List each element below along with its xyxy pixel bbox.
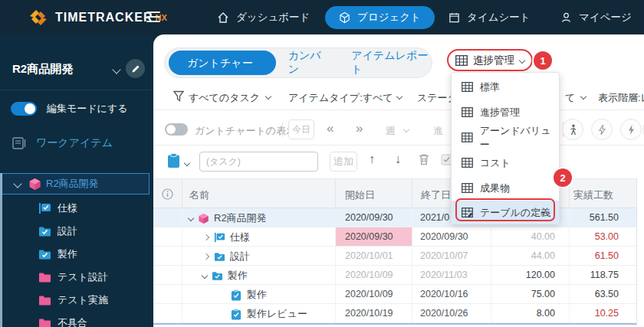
sidebar-scrollbar[interactable] bbox=[0, 173, 2, 327]
show-gantt-toggle[interactable] bbox=[165, 123, 188, 136]
table-row[interactable]: 仕様 2020/09/30 2020/09/30 40.00 53.00 bbox=[153, 227, 636, 247]
folder-check-blue-icon bbox=[212, 271, 223, 281]
expand-chevron-icon[interactable] bbox=[202, 273, 208, 279]
nav-mypage[interactable]: マイページ bbox=[560, 0, 632, 34]
period-unit-select[interactable]: 週 bbox=[386, 124, 396, 138]
collapsed-chevron-icon[interactable] bbox=[203, 253, 209, 260]
home-icon bbox=[217, 11, 229, 24]
task-name: R2商品開発 bbox=[214, 211, 267, 225]
next-row-selection-edge bbox=[153, 323, 636, 325]
actual-hours: 63.50 bbox=[542, 289, 619, 299]
nav-project[interactable]: プロジェクト bbox=[325, 6, 435, 29]
menu-item-earned-value[interactable]: アーンドバリュー bbox=[452, 125, 559, 150]
tree-item-production[interactable]: 製作 bbox=[0, 243, 153, 266]
expand-chevron-icon[interactable] bbox=[13, 179, 21, 188]
table-edit-icon bbox=[462, 208, 473, 218]
view-selector-dropdown[interactable]: 進捗管理 bbox=[447, 49, 533, 71]
table-row[interactable]: 設計 2020/10/01 2020/10/07 44.00 61.50 bbox=[153, 247, 636, 266]
tree-item-label: 製作 bbox=[58, 247, 77, 261]
lightning-outline-icon bbox=[598, 124, 606, 136]
menu-item-cost[interactable]: コスト bbox=[452, 150, 559, 175]
collapsed-chevron-icon[interactable] bbox=[203, 234, 209, 240]
col-header-end[interactable]: 終了日 bbox=[421, 188, 451, 202]
menu-item-progress[interactable]: 進捗管理 bbox=[452, 100, 559, 125]
flag-check-blue-icon bbox=[38, 202, 51, 214]
hamburger-menu-icon[interactable] bbox=[146, 11, 160, 22]
actual-hours: 53.00 bbox=[542, 231, 619, 242]
menu-item-standard[interactable]: 標準 bbox=[452, 74, 559, 100]
table-row[interactable]: 製作 2020/10/09 2020/10/16 75.00 63.50 bbox=[153, 285, 636, 304]
tree-item-test-design[interactable]: テスト設計 bbox=[0, 266, 153, 289]
edit-mode-toggle[interactable] bbox=[11, 102, 37, 116]
col-header-name[interactable]: 名前 bbox=[189, 188, 209, 202]
nav-mypage-label: マイページ bbox=[579, 11, 632, 25]
lightning-filled-icon bbox=[627, 124, 636, 136]
sidebar-item-workitems[interactable]: ワークアイテム bbox=[12, 136, 113, 150]
show-gantt-label: ガントチャートの表示 bbox=[195, 124, 296, 138]
nav-timesheet[interactable]: タイムシート bbox=[449, 0, 531, 34]
new-task-input[interactable] bbox=[199, 152, 318, 172]
table-row[interactable]: 製作 2020/10/09 2020/11/03 120.00 118.75 bbox=[153, 266, 636, 285]
edit-project-button[interactable] bbox=[126, 59, 145, 78]
task-name: 製作レビュー bbox=[247, 307, 307, 321]
chevron-down-icon[interactable] bbox=[265, 93, 271, 100]
filter-item-type[interactable]: アイテムタイプ:すべて bbox=[288, 91, 393, 105]
filter-all-tasks[interactable]: すべてのタスク bbox=[189, 91, 260, 105]
lightning-outline-button[interactable] bbox=[591, 119, 613, 140]
tree-item-label: 仕様 bbox=[58, 201, 77, 215]
next-period-button[interactable]: » bbox=[356, 121, 363, 136]
annotation-badge-2: 2 bbox=[554, 168, 572, 187]
folder-pink-icon bbox=[38, 295, 51, 306]
expand-chevron-icon[interactable] bbox=[188, 215, 194, 221]
project-switch-chevron-icon[interactable] bbox=[112, 65, 120, 74]
walking-person-icon bbox=[568, 124, 578, 136]
start-date: 2020/09/30 bbox=[345, 231, 411, 242]
col-header-start[interactable]: 開始日 bbox=[345, 188, 375, 202]
tab-item-report[interactable]: アイテムレポート bbox=[351, 49, 432, 77]
start-date: 2020/10/01 bbox=[345, 250, 411, 261]
move-down-button[interactable]: ↓ bbox=[395, 152, 401, 166]
lightning-filled-button[interactable] bbox=[620, 119, 642, 140]
menu-item-table-definition[interactable]: テーブルの定義 bbox=[452, 201, 559, 224]
tree-item-design[interactable]: 設計 bbox=[0, 220, 153, 243]
end-date: 2020/09/30 bbox=[420, 231, 486, 242]
end-date: 2020/10/26 bbox=[420, 308, 486, 319]
filter-hierarchy[interactable]: 表示階層:レ bbox=[598, 91, 644, 105]
paste-options-chevron-icon[interactable] bbox=[184, 160, 190, 166]
chevron-down-icon[interactable] bbox=[580, 93, 586, 100]
top-navigation-bar: TIMETRACKER NX ダッシュボード プロジェクト タイムシート bbox=[0, 0, 644, 34]
info-icon bbox=[162, 188, 173, 200]
task-name: 設計 bbox=[230, 250, 250, 263]
sidebar: R2商品開発 編集モードにする ワークアイテム bbox=[0, 34, 153, 327]
tab-gantt-chart[interactable]: ガントチャート bbox=[169, 51, 276, 75]
menu-item-label: 進捗管理 bbox=[480, 106, 520, 119]
resource-walk-button[interactable] bbox=[562, 119, 583, 140]
delete-button[interactable] bbox=[419, 153, 429, 168]
tree-root-r2-product[interactable]: R2商品開発 bbox=[2, 173, 150, 195]
table-icon bbox=[455, 55, 468, 66]
workitem-label: ワークアイテム bbox=[36, 136, 113, 150]
move-up-button[interactable]: ↑ bbox=[369, 152, 375, 166]
app-window: TIMETRACKER NX ダッシュボード プロジェクト タイムシート bbox=[0, 0, 644, 327]
calendar-icon bbox=[449, 11, 460, 24]
paste-task-icon[interactable] bbox=[167, 153, 180, 168]
edit-mode-toggle-row[interactable]: 編集モードにする bbox=[11, 102, 128, 116]
nav-timesheet-label: タイムシート bbox=[467, 11, 531, 25]
prev-period-button[interactable]: « bbox=[327, 121, 334, 136]
col-header-actual[interactable]: 実績工数 bbox=[573, 188, 613, 202]
clipboard-check-blue-icon bbox=[231, 289, 242, 301]
add-task-button[interactable]: 追加 bbox=[330, 152, 357, 172]
table-row[interactable]: 製作レビュー 2020/10/19 2020/10/26 8.00 10.25 bbox=[153, 304, 636, 323]
table-row[interactable]: R2商品開発 2020/09/30 2021/0 561.50 bbox=[153, 208, 636, 227]
clipboard-check-blue-icon bbox=[231, 309, 242, 320]
chevron-down-icon[interactable] bbox=[396, 93, 402, 100]
tree-item-defects[interactable]: 不具合 bbox=[0, 312, 153, 327]
today-button[interactable]: 今日 bbox=[288, 119, 314, 139]
nav-dashboard[interactable]: ダッシュボード bbox=[217, 0, 310, 34]
tab-kanban[interactable]: カンバン bbox=[288, 49, 329, 77]
tree-item-test-run[interactable]: テスト実施 bbox=[0, 289, 153, 312]
view-selector-label: 進捗管理 bbox=[473, 54, 514, 67]
tree-item-spec[interactable]: 仕様 bbox=[0, 197, 153, 220]
table-icon bbox=[462, 82, 473, 92]
menu-item-deliverables[interactable]: 成果物 bbox=[452, 175, 559, 201]
